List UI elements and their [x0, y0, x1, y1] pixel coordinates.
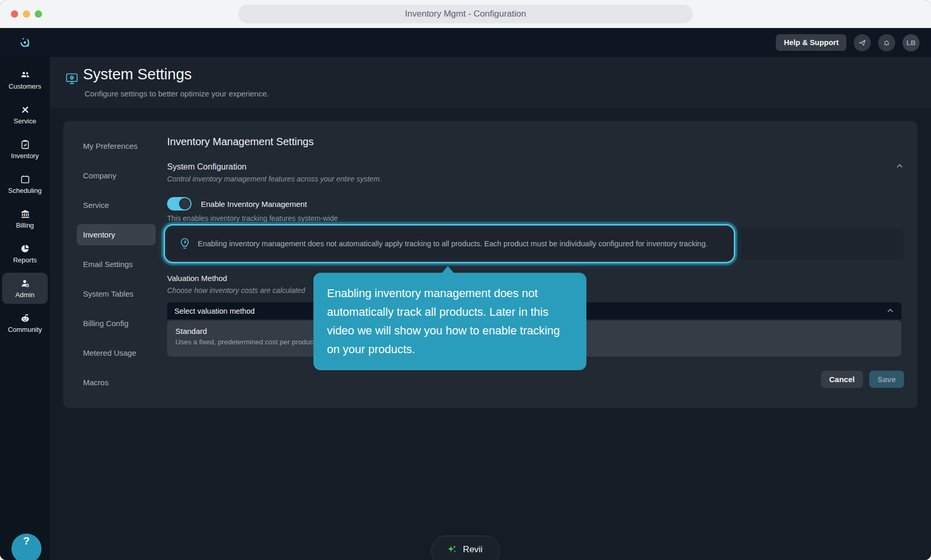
settings-nav: My Preferences Company Service Inventory…	[77, 135, 156, 401]
traffic-lights	[11, 10, 42, 18]
avatar-initials: LB	[907, 39, 916, 47]
settings-nav-system-tables[interactable]: System Tables	[77, 283, 156, 304]
section-title: System Configuration	[167, 162, 247, 172]
sidebar-item-label: Admin	[16, 291, 35, 299]
settings-nav-service[interactable]: Service	[77, 194, 156, 216]
lightbulb-bolt-icon	[178, 237, 191, 250]
callout-text: Enabling inventory management does not a…	[198, 240, 708, 248]
sidebar-item-community[interactable]: Community	[2, 307, 48, 339]
toggle-label: Enable Inventory Management	[201, 200, 307, 208]
sidebar-item-label: Service	[13, 117, 36, 125]
settings-nav-email-settings[interactable]: Email Settings	[77, 254, 156, 275]
clipboard-check-icon	[20, 139, 31, 150]
tools-icon	[20, 104, 31, 115]
maximize-window-button[interactable]	[35, 10, 42, 18]
section-subtitle: Control inventory management features ac…	[167, 175, 381, 183]
settings-nav-billing-config[interactable]: Billing Config	[77, 313, 156, 334]
sidebar-item-billing[interactable]: Billing	[2, 203, 48, 234]
sidebar-item-label: Inventory	[11, 152, 38, 160]
page-subtitle: Configure settings to better optimize yo…	[85, 89, 269, 98]
chevron-up-icon	[886, 307, 894, 315]
sparkles-icon	[446, 544, 458, 555]
admin-badge-icon	[20, 278, 31, 289]
panel-title: Inventory Management Settings	[167, 136, 313, 148]
bank-icon	[20, 208, 31, 219]
primary-sidebar: Customers Service Inventory Scheduling	[0, 57, 50, 560]
settings-nav-inventory[interactable]: Inventory	[77, 224, 156, 245]
help-support-button[interactable]: Help & Support	[776, 34, 846, 51]
header-actions: Help & Support LB	[776, 28, 920, 57]
sidebar-item-customers[interactable]: Customers	[2, 64, 48, 95]
coach-tooltip: Enabling inventory management does not a…	[313, 273, 586, 370]
sidebar-item-label: Community	[8, 326, 42, 333]
send-icon	[858, 38, 867, 47]
window-title-text: Inventory Mgmt - Configuration	[405, 9, 526, 19]
valuation-label: Valuation Method	[167, 274, 227, 283]
toggle-knob	[179, 198, 190, 209]
settings-nav-my-preferences[interactable]: My Preferences	[77, 135, 156, 157]
window-title: Inventory Mgmt - Configuration	[238, 5, 693, 23]
save-button[interactable]: Save	[869, 371, 904, 388]
enable-inventory-row: Enable Inventory Management	[167, 197, 307, 211]
community-icon	[20, 313, 31, 324]
sidebar-item-scheduling[interactable]: Scheduling	[2, 169, 48, 200]
sidebar-item-service[interactable]: Service	[2, 99, 48, 130]
valuation-subtitle: Choose how inventory costs are calculate…	[167, 286, 305, 295]
assistant-pill-button[interactable]: Revii	[431, 536, 500, 560]
app-window: Inventory Mgmt - Configuration Help & Su…	[0, 0, 931, 560]
settings-nav-company[interactable]: Company	[77, 165, 156, 186]
sidebar-item-label: Reports	[13, 256, 37, 264]
sidebar-item-label: Billing	[16, 221, 34, 229]
calendar-icon	[20, 174, 31, 185]
sidebar-item-reports[interactable]: Reports	[2, 238, 48, 269]
page-header: System Settings Configure settings to be…	[50, 57, 931, 108]
notifications-button[interactable]	[878, 34, 895, 51]
pie-chart-icon	[20, 243, 31, 254]
close-window-button[interactable]	[11, 10, 18, 18]
app-header: Help & Support LB	[0, 28, 931, 57]
info-callout: Enabling inventory management does not a…	[167, 228, 903, 259]
system-settings-icon	[65, 72, 79, 86]
sidebar-item-admin[interactable]: Admin	[2, 273, 48, 304]
help-bubble-button[interactable]: ?	[11, 534, 42, 560]
bell-icon	[882, 38, 891, 47]
chevron-up-icon	[896, 162, 903, 170]
sidebar-item-label: Scheduling	[8, 187, 42, 194]
question-mark-icon: ?	[23, 535, 30, 547]
people-icon	[20, 69, 31, 80]
settings-nav-metered-usage[interactable]: Metered Usage	[77, 342, 156, 363]
user-avatar[interactable]: LB	[902, 34, 920, 51]
form-actions: Cancel Save	[63, 371, 904, 388]
send-button[interactable]	[854, 34, 871, 51]
collapse-section-button[interactable]	[896, 162, 904, 171]
app-logo-icon[interactable]	[19, 36, 31, 49]
mac-titlebar: Inventory Mgmt - Configuration	[0, 0, 931, 28]
minimize-window-button[interactable]	[23, 10, 30, 18]
cancel-button[interactable]: Cancel	[821, 371, 863, 388]
tooltip-arrow	[442, 266, 454, 273]
page-title: System Settings	[83, 66, 192, 83]
toggle-description: This enables inventory tracking features…	[167, 214, 338, 222]
enable-inventory-toggle[interactable]	[167, 197, 191, 211]
sidebar-item-label: Customers	[9, 82, 42, 90]
sidebar-item-inventory[interactable]: Inventory	[2, 134, 48, 165]
assistant-label: Revii	[463, 544, 483, 555]
